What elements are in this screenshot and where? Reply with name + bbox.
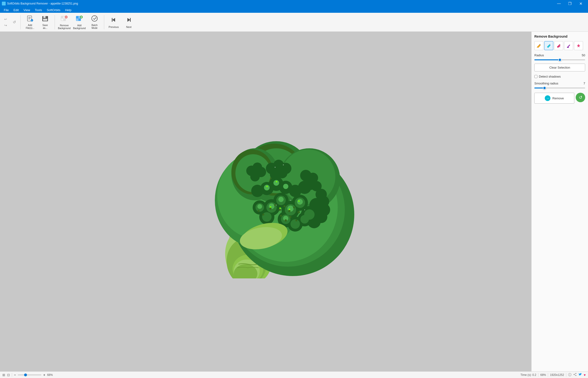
smoothing-slider[interactable] bbox=[534, 88, 585, 88]
menu-tools[interactable]: Tools bbox=[33, 8, 44, 12]
status-sep-3 bbox=[548, 373, 548, 377]
svg-point-116 bbox=[289, 209, 290, 210]
zoom-slider[interactable] bbox=[18, 375, 41, 375]
add-background-button[interactable]: AddBackground bbox=[72, 14, 87, 30]
svg-point-96 bbox=[264, 185, 270, 190]
radius-thumb[interactable] bbox=[558, 58, 562, 62]
svg-text:+: + bbox=[31, 19, 32, 22]
svg-point-113 bbox=[258, 210, 259, 212]
svg-point-117 bbox=[298, 200, 300, 202]
svg-point-127 bbox=[575, 373, 576, 374]
menu-bar: File Edit View Tools SoftOrbits Help bbox=[0, 7, 588, 13]
svg-rect-11 bbox=[61, 16, 63, 18]
zoom-percent: 68% bbox=[540, 373, 546, 377]
panel-title: Remove Background bbox=[534, 35, 585, 38]
smoothing-radius-value: 7 bbox=[584, 81, 585, 85]
svg-point-107 bbox=[297, 211, 300, 213]
view-icon-2[interactable]: ⊡ bbox=[7, 373, 10, 377]
window-title: SoftOrbits Background Remover - appetite… bbox=[7, 2, 78, 5]
svg-rect-25 bbox=[130, 18, 131, 22]
scissors-tool-button[interactable] bbox=[554, 41, 563, 50]
zoom-out-icon[interactable]: − bbox=[14, 373, 16, 377]
smoothing-slider-container[interactable] bbox=[534, 86, 585, 88]
svg-point-119 bbox=[276, 181, 277, 182]
svg-rect-16 bbox=[76, 16, 78, 18]
title-bar-left: SoftOrbits Background Remover - appetite… bbox=[2, 2, 78, 5]
next-button[interactable]: Next bbox=[122, 14, 136, 30]
svg-point-98 bbox=[283, 184, 288, 189]
redo-button[interactable]: ↪ bbox=[2, 23, 10, 28]
save-as-button[interactable]: Saveas... bbox=[38, 14, 52, 30]
batch-mode-button[interactable]: BatchMode bbox=[88, 14, 102, 30]
save-as-label: Saveas... bbox=[42, 24, 48, 29]
resolution-text: 1920x1252 bbox=[550, 373, 564, 377]
star-tool-button[interactable] bbox=[574, 41, 583, 50]
twitter-icon[interactable] bbox=[578, 373, 582, 377]
detect-shadows-label[interactable]: Detect shadows bbox=[539, 75, 561, 78]
info-icon[interactable]: ⓘ bbox=[568, 373, 572, 377]
share-icon[interactable] bbox=[573, 373, 577, 377]
reset-button[interactable]: ↺ bbox=[10, 18, 18, 26]
svg-point-69 bbox=[270, 169, 280, 179]
add-files-icon: + bbox=[26, 15, 34, 23]
pencil-tool-button[interactable] bbox=[534, 41, 543, 50]
previous-button[interactable]: Previous bbox=[107, 14, 121, 30]
time-label: Time (s): 0.2 bbox=[520, 373, 536, 377]
menu-file[interactable]: File bbox=[2, 8, 11, 12]
batch-label: BatchMode bbox=[91, 24, 98, 29]
radius-slider-container[interactable] bbox=[534, 58, 585, 60]
toolbar-sep-3 bbox=[104, 15, 104, 29]
brush-tool-button[interactable] bbox=[564, 41, 573, 50]
clear-selection-button[interactable]: Clear Selection bbox=[534, 64, 585, 71]
remove-circle-icon: ↺ bbox=[579, 95, 582, 100]
svg-point-115 bbox=[279, 207, 281, 209]
svg-point-73 bbox=[250, 172, 260, 181]
menu-edit[interactable]: Edit bbox=[12, 8, 21, 12]
undo-redo-group: ↩ ↪ bbox=[2, 16, 10, 28]
tool-buttons-row bbox=[534, 41, 585, 50]
smoothing-radius-label: Smoothing radius bbox=[534, 81, 558, 85]
add-files-button[interactable]: + AddFile(s)... bbox=[23, 14, 37, 30]
status-sep-1 bbox=[12, 373, 12, 377]
heart-icon[interactable]: ♥ bbox=[584, 373, 586, 377]
eraser-tool-button[interactable] bbox=[544, 41, 553, 50]
svg-point-102 bbox=[274, 204, 276, 206]
svg-point-122 bbox=[304, 209, 305, 210]
remove-button-row: → Remove ↺ bbox=[534, 93, 585, 104]
smoothing-thumb[interactable] bbox=[543, 86, 546, 90]
menu-view[interactable]: View bbox=[22, 8, 32, 12]
toolbar-sep-1 bbox=[20, 15, 21, 29]
zoom-in-icon[interactable]: + bbox=[43, 373, 45, 377]
svg-rect-9 bbox=[43, 19, 47, 21]
menu-help[interactable]: Help bbox=[63, 8, 73, 12]
close-button[interactable]: ✕ bbox=[575, 0, 586, 7]
minimize-button[interactable]: — bbox=[553, 0, 564, 7]
remove-circle-button[interactable]: ↺ bbox=[576, 93, 585, 102]
svg-line-130 bbox=[574, 374, 575, 374]
remove-button[interactable]: → Remove bbox=[534, 93, 574, 104]
status-bar: ⊞ ⊡ − + 68% Time (s): 0.2 68% 1920x1252 … bbox=[0, 371, 588, 378]
next-icon bbox=[125, 16, 133, 25]
svg-point-120 bbox=[276, 205, 277, 205]
previous-icon bbox=[110, 16, 117, 25]
svg-point-123 bbox=[275, 167, 276, 168]
title-bar: SoftOrbits Background Remover - appetite… bbox=[0, 0, 588, 7]
svg-point-64 bbox=[251, 185, 264, 197]
detect-shadows-checkbox[interactable] bbox=[534, 75, 537, 78]
broccoli-image bbox=[177, 125, 354, 278]
radius-value: 50 bbox=[582, 54, 585, 57]
view-icon-1[interactable]: ⊞ bbox=[2, 373, 5, 377]
svg-point-101 bbox=[269, 207, 271, 210]
radius-slider[interactable] bbox=[534, 59, 585, 60]
maximize-button[interactable]: ❐ bbox=[564, 0, 575, 7]
svg-point-79 bbox=[318, 196, 329, 207]
zoom-level-text: 68% bbox=[47, 373, 53, 377]
svg-point-93 bbox=[297, 199, 303, 205]
toolbar-sep-2 bbox=[55, 15, 55, 29]
add-bg-icon bbox=[76, 15, 83, 23]
undo-button[interactable]: ↩ bbox=[2, 16, 10, 22]
svg-rect-8 bbox=[44, 16, 45, 18]
menu-softorbits[interactable]: SoftOrbits bbox=[45, 8, 62, 12]
remove-background-button[interactable]: RemoveBackground bbox=[57, 14, 71, 30]
canvas-area[interactable] bbox=[0, 32, 531, 371]
